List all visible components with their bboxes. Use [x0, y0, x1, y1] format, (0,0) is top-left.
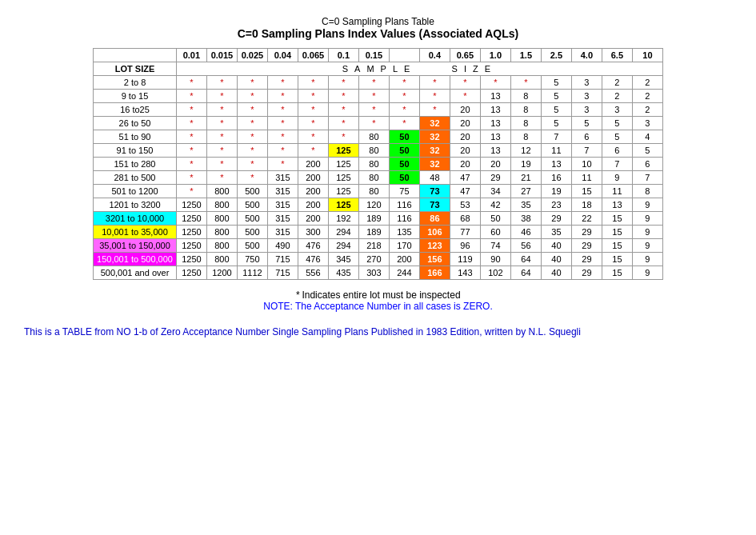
- sample-size-cell: *: [206, 117, 237, 130]
- sample-size-cell: 116: [389, 212, 419, 226]
- lot-size-cell: 16 to25: [94, 103, 177, 117]
- sample-size-cell: 34: [480, 185, 510, 198]
- sample-size-cell: *: [389, 103, 419, 117]
- sample-size-cell: *: [450, 76, 480, 90]
- sample-size-cell: 125: [328, 185, 358, 198]
- sample-size-cell: 64: [510, 253, 541, 266]
- sample-size-cell: *: [298, 130, 328, 144]
- sample-size-cell: 476: [298, 253, 328, 266]
- sample-size-cell: 2: [602, 76, 632, 90]
- lot-size-cell: 91 to 150: [94, 144, 177, 158]
- sample-size-cell: 189: [358, 226, 389, 239]
- sample-size-cell: 53: [450, 198, 480, 212]
- sample-size-cell: *: [176, 90, 206, 103]
- sample-size-cell: 8: [510, 103, 541, 117]
- sample-size-cell: 96: [450, 239, 480, 253]
- sample-size-cell: 218: [358, 239, 389, 253]
- sample-size-cell: 10: [571, 158, 602, 171]
- sample-size-cell: *: [450, 90, 480, 103]
- sample-size-cell: 29: [571, 266, 602, 280]
- sample-size-cell: 35: [510, 198, 541, 212]
- aql-0.01: 0.01: [176, 49, 206, 62]
- sample-size-cell: 6: [571, 130, 602, 144]
- sample-size-cell: *: [237, 158, 267, 171]
- sample-size-cell: 9: [602, 171, 632, 185]
- sample-size-cell: 7: [541, 130, 571, 144]
- sample-size-cell: 2: [632, 90, 662, 103]
- aql-0.25: 0.25: [389, 49, 419, 62]
- sample-size-cell: 3: [632, 117, 662, 130]
- sample-size-cell: *: [176, 76, 206, 90]
- sample-size-cell: *: [298, 103, 328, 117]
- table-row: 10,001 to 35,000125080050031530029418913…: [94, 226, 663, 239]
- sample-size-cell: 15: [571, 185, 602, 198]
- sample-size-cell: 123: [419, 239, 450, 253]
- sample-size-cell: 200: [298, 171, 328, 185]
- sample-size-cell: 270: [358, 253, 389, 266]
- sample-size-cell: *: [176, 103, 206, 117]
- sample-size-cell: *: [206, 171, 237, 185]
- sample-size-cell: 23: [541, 198, 571, 212]
- sample-size-cell: 20: [450, 158, 480, 171]
- sample-size-cell: *: [389, 90, 419, 103]
- table-row: 150,001 to 500,0001250800750715476345270…: [94, 253, 663, 266]
- sample-size-cell: 7: [571, 144, 602, 158]
- sample-size-cell: *: [176, 130, 206, 144]
- sample-size-cell: 200: [389, 253, 419, 266]
- sample-size-cell: 294: [328, 239, 358, 253]
- aql-1.5: 1.5: [510, 49, 541, 62]
- lot-size-cell: 150,001 to 500,000: [94, 253, 177, 266]
- sample-size-cell: 9: [632, 266, 662, 280]
- aql-4.0: 4.0: [571, 49, 602, 62]
- sample-size-cell: 29: [571, 226, 602, 239]
- aql-0.015: 0.015: [206, 49, 237, 62]
- sample-size-cell: 29: [541, 212, 571, 226]
- sample-size-cell: 102: [480, 266, 510, 280]
- sample-size-cell: 315: [267, 226, 298, 239]
- sample-size-cell: 19: [541, 185, 571, 198]
- sample-size-cell: 1250: [176, 253, 206, 266]
- sample-size-cell: 8: [510, 130, 541, 144]
- sample-size-cell: 3: [571, 90, 602, 103]
- sample-size-cell: 86: [419, 212, 450, 226]
- sample-size-cell: 200: [298, 158, 328, 171]
- sample-size-cell: 5: [632, 144, 662, 158]
- sample-size-cell: 75: [389, 185, 419, 198]
- sample-size-cell: 32: [419, 130, 450, 144]
- sample-size-cell: 315: [267, 212, 298, 226]
- sample-size-cell: *: [237, 117, 267, 130]
- sample-size-cell: *: [358, 90, 389, 103]
- sample-size-cell: 50: [389, 144, 419, 158]
- sample-size-cell: 800: [206, 226, 237, 239]
- table-wrapper: 0.01 0.015 0.025 0.04 0.065 0.1 0.15 0.2…: [16, 48, 740, 280]
- sample-size-cell: *: [328, 117, 358, 130]
- sample-size-cell: 15: [602, 239, 632, 253]
- sample-size-cell: *: [328, 130, 358, 144]
- sample-size-cell: 1200: [206, 266, 237, 280]
- table-row: 2 to 8************5322: [94, 76, 663, 90]
- lot-size-cell: 9 to 15: [94, 90, 177, 103]
- sample-size-cell: 15: [602, 226, 632, 239]
- sample-size-cell: 21: [510, 171, 541, 185]
- sample-size-cell: 715: [267, 253, 298, 266]
- table-row: 16 to25*********201385332: [94, 103, 663, 117]
- sample-size-cell: 46: [510, 226, 541, 239]
- sample-size-cell: 6: [602, 144, 632, 158]
- sample-size-cell: 2: [632, 103, 662, 117]
- lot-size-cell: 281 to 500: [94, 171, 177, 185]
- sample-size-cell: 315: [267, 198, 298, 212]
- sample-size-cell: 1250: [176, 212, 206, 226]
- sample-size-cell: 4: [632, 130, 662, 144]
- sample-size-cell: 244: [389, 266, 419, 280]
- sample-size-cell: *: [237, 144, 267, 158]
- sample-size-cell: 50: [389, 171, 419, 185]
- sample-size-cell: *: [419, 76, 450, 90]
- sample-size-cell: *: [267, 158, 298, 171]
- table-row: 3201 to 10,00012508005003152001921891168…: [94, 212, 663, 226]
- sample-size-cell: 19: [510, 158, 541, 171]
- notes-area: * Indicates entire lot must be inspected…: [16, 289, 740, 312]
- lot-size-cell: 10,001 to 35,000: [94, 226, 177, 239]
- sample-size-cell: 8: [510, 117, 541, 130]
- sample-size-cell: 13: [480, 90, 510, 103]
- sample-size-cell: 9: [632, 239, 662, 253]
